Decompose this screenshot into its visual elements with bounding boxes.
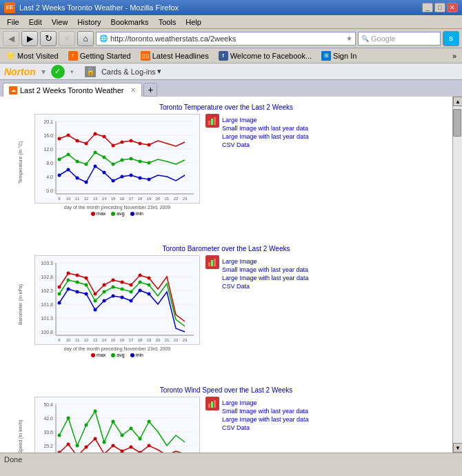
temperature-link-csv[interactable]: CSV Data <box>222 141 309 148</box>
menu-edit[interactable]: Edit <box>25 17 46 28</box>
svg-point-150 <box>112 420 115 424</box>
scroll-track[interactable] <box>453 106 462 443</box>
svg-point-85 <box>112 279 115 282</box>
svg-point-97 <box>121 288 124 291</box>
home-button[interactable]: ⌂ <box>77 31 94 46</box>
norton-cards-button[interactable]: Cards & Log-ins ▾ <box>101 67 161 76</box>
close-button[interactable]: ✕ <box>447 3 458 12</box>
svg-point-39 <box>85 181 88 184</box>
svg-rect-63 <box>211 119 213 125</box>
active-tab[interactable]: ☁ Last 2 Weeks Toronto Weather ✕ <box>3 83 142 97</box>
tab-close-icon[interactable]: ✕ <box>130 86 136 94</box>
svg-point-161 <box>112 444 115 448</box>
tab-bar: ☁ Last 2 Weeks Toronto Weather ✕ + <box>0 80 462 97</box>
svg-point-42 <box>112 179 115 183</box>
svg-point-94 <box>94 299 97 303</box>
temperature-legend: max avg min <box>91 211 143 216</box>
barometer-chart-section: Toronto Barometer over the Last 2 Weeks … <box>10 245 443 374</box>
svg-text:100.8: 100.8 <box>41 330 53 335</box>
svg-text:10: 10 <box>66 197 71 201</box>
svg-text:17: 17 <box>129 197 134 201</box>
svg-text:23: 23 <box>183 338 188 342</box>
wind-chart-row: Wind Speed (In km/h) 50.4 42.0 33.6 <box>10 397 443 453</box>
temperature-link-small-last-year[interactable]: Small Image with last year data <box>222 125 309 132</box>
address-bar[interactable]: 🌐 http://toronto.weatherstats.ca/2weeks … <box>96 32 356 46</box>
svg-point-16 <box>76 139 79 143</box>
scroll-thumb[interactable] <box>453 109 461 137</box>
bookmarks-bar: ⭐ Most Visited f Getting Started )))) La… <box>0 48 462 63</box>
search-bar[interactable]: 🔍 Google <box>358 32 441 46</box>
menu-history[interactable]: History <box>73 17 105 28</box>
tab-label: Last 2 Weeks Toronto Weather <box>20 86 123 95</box>
barometer-x-label: day of the month preceding November 23rd… <box>34 346 200 351</box>
barometer-link-large-last-year[interactable]: Large Image with last year data <box>222 275 309 281</box>
barometer-link-small-last-year[interactable]: Small Image with last year data <box>222 266 309 273</box>
menu-file[interactable]: File <box>3 17 23 28</box>
svg-point-158 <box>85 446 88 449</box>
forward-button[interactable]: ▶ <box>21 31 38 46</box>
svg-text:9: 9 <box>58 338 61 342</box>
temperature-x-label: day of the month preceding November 23rd… <box>34 205 200 210</box>
menu-tools[interactable]: Tools <box>154 17 181 28</box>
norton-dropdown-icon[interactable]: ▾ <box>41 67 46 77</box>
menu-help[interactable]: Help <box>181 17 205 28</box>
svg-text:42.0: 42.0 <box>43 416 53 421</box>
temperature-chart-section: Toronto Temperature over the Last 2 Week… <box>10 103 443 232</box>
wind-link-large[interactable]: Large Image <box>222 399 309 406</box>
svg-text:9: 9 <box>58 197 61 201</box>
norton-check-dropdown[interactable]: ▾ <box>70 68 74 75</box>
svg-text:102.3: 102.3 <box>41 288 53 293</box>
svg-point-100 <box>148 284 151 287</box>
back-button[interactable]: ◀ <box>3 31 19 46</box>
bookmarks-overflow[interactable]: » <box>450 52 459 60</box>
svg-text:14: 14 <box>102 197 107 201</box>
title-bar: FF Last 2 Weeks Toronto Weather - Mozill… <box>0 0 462 15</box>
barometer-link-large[interactable]: Large Image <box>222 258 309 265</box>
bookmark-latest-headlines[interactable]: )))) Latest Headlines <box>138 50 212 61</box>
barometer-links-area: Large Image Small Image with last year d… <box>205 255 309 290</box>
bookmark-sign-in[interactable]: ⊞ Sign In <box>319 50 359 61</box>
scroll-up-button[interactable]: ▲ <box>453 97 462 106</box>
menu-bookmarks[interactable]: Bookmarks <box>107 17 153 28</box>
barometer-y-label: Barometer (In kPa) <box>18 304 23 325</box>
bookmark-getting-started[interactable]: f Getting Started <box>66 50 134 61</box>
new-tab-button[interactable]: + <box>143 83 157 97</box>
minimize-button[interactable]: _ <box>422 3 433 12</box>
menu-view[interactable]: View <box>48 17 72 28</box>
svg-point-98 <box>130 290 133 294</box>
svg-text:23: 23 <box>183 197 188 201</box>
svg-point-31 <box>112 163 115 166</box>
stop-button[interactable]: ✕ <box>59 31 75 46</box>
reload-button[interactable]: ↻ <box>40 31 57 46</box>
svg-rect-64 <box>214 117 216 125</box>
svg-point-163 <box>130 446 133 449</box>
scrollbar[interactable]: ▲ ▼ <box>452 97 462 453</box>
svg-text:13: 13 <box>93 338 98 342</box>
svg-text:17: 17 <box>129 338 134 342</box>
temperature-link-large-last-year[interactable]: Large Image with last year data <box>222 133 309 140</box>
svg-text:13: 13 <box>93 197 98 201</box>
svg-point-34 <box>139 160 142 163</box>
wind-chart-outer: Wind Speed (In km/h) 50.4 42.0 33.6 <box>10 397 200 453</box>
bookmark-most-visited[interactable]: ⭐ Most Visited <box>3 50 61 61</box>
wind-link-csv[interactable]: CSV Data <box>222 424 309 431</box>
svg-point-156 <box>67 443 70 446</box>
svg-point-81 <box>76 274 79 277</box>
temperature-link-large[interactable]: Large Image <box>222 117 309 123</box>
barometer-link-csv[interactable]: CSV Data <box>222 283 309 290</box>
svg-text:101.3: 101.3 <box>41 316 53 321</box>
svg-point-153 <box>139 437 142 441</box>
scroll-down-button[interactable]: ▼ <box>453 443 462 453</box>
svg-point-43 <box>121 175 124 179</box>
skype-button[interactable]: S <box>443 31 459 46</box>
temperature-chart-title: Toronto Temperature over the Last 2 Week… <box>10 103 443 111</box>
svg-point-19 <box>103 135 106 139</box>
wind-chart-title: Toronto Wind Speed over the Last 2 Weeks <box>10 386 443 394</box>
wind-link-large-last-year[interactable]: Large Image with last year data <box>222 416 309 423</box>
svg-point-159 <box>94 437 97 441</box>
svg-text:12: 12 <box>84 338 89 342</box>
bookmark-facebook[interactable]: f Welcome to Facebook... <box>216 50 314 61</box>
wind-link-small-last-year[interactable]: Small Image with last year data <box>222 408 309 415</box>
svg-text:11: 11 <box>75 338 80 342</box>
maximize-button[interactable]: □ <box>434 3 445 12</box>
